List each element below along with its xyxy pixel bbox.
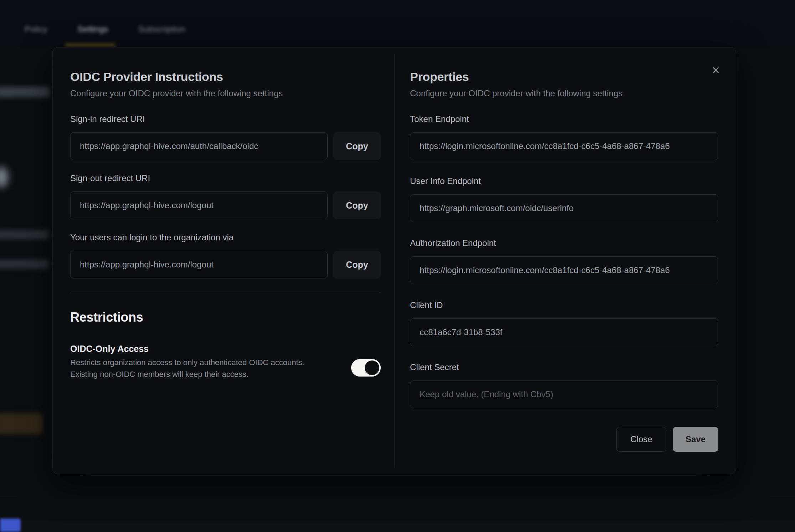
login-via-field: Your users can login to the organization… (70, 232, 381, 278)
login-via-label: Your users can login to the organization… (70, 232, 381, 243)
toggle-knob (365, 360, 379, 375)
copy-sign-out-button[interactable]: Copy (333, 191, 381, 219)
oidc-only-access-description: Restricts organization access to only au… (70, 357, 334, 380)
sign-in-redirect-input[interactable] (70, 132, 328, 160)
sign-out-redirect-label: Sign-out redirect URI (70, 173, 381, 184)
right-panel-title: Properties (410, 69, 718, 85)
active-tab-underline (65, 43, 116, 47)
token-endpoint-label: Token Endpoint (410, 114, 718, 124)
oidc-settings-modal: × OIDC Provider Instructions Configure y… (52, 47, 736, 474)
client-secret-label: Client Secret (410, 362, 718, 373)
blurred-blue-badge (0, 518, 21, 532)
token-endpoint-input[interactable] (410, 132, 718, 160)
oidc-only-toggle[interactable] (351, 359, 381, 377)
restrictions-heading: Restrictions (70, 309, 381, 326)
blurred-background-blob (0, 167, 8, 188)
modal-actions: Close Save (410, 427, 718, 452)
description-line-2: Existing non-OIDC members will keep thei… (70, 368, 334, 380)
restrictions-divider (70, 292, 381, 292)
sign-out-redirect-input[interactable] (70, 191, 328, 219)
tab-policy[interactable]: Policy (20, 24, 52, 34)
user-info-endpoint-input[interactable] (410, 194, 718, 222)
client-secret-field: Client Secret (410, 362, 718, 408)
login-via-input[interactable] (70, 251, 328, 278)
close-button[interactable]: Close (616, 427, 666, 452)
left-panel-title: OIDC Provider Instructions (70, 69, 381, 85)
sign-in-redirect-field: Sign-in redirect URI Copy (70, 114, 381, 160)
save-button[interactable]: Save (673, 427, 718, 452)
blurred-background-text (0, 260, 49, 269)
background-tab-bar: Policy Settings Subscription (20, 24, 190, 34)
client-id-input[interactable] (410, 318, 718, 346)
right-panel-subtitle: Configure your OIDC provider with the fo… (410, 88, 718, 99)
blurred-background-button (0, 413, 43, 434)
authorization-endpoint-field: Authorization Endpoint (410, 238, 718, 284)
copy-sign-in-button[interactable]: Copy (333, 132, 381, 160)
description-line-1: Restricts organization access to only au… (70, 357, 334, 368)
authorization-endpoint-label: Authorization Endpoint (410, 238, 718, 249)
page-header-band (0, 0, 795, 47)
client-id-label: Client ID (410, 300, 718, 311)
sign-in-redirect-label: Sign-in redirect URI (70, 114, 381, 124)
page-lower-band (0, 498, 795, 521)
authorization-endpoint-input[interactable] (410, 256, 718, 284)
tab-subscription[interactable]: Subscription (133, 24, 190, 34)
user-info-endpoint-field: User Info Endpoint (410, 176, 718, 222)
sign-out-redirect-field: Sign-out redirect URI Copy (70, 173, 381, 219)
copy-login-via-button[interactable]: Copy (333, 251, 381, 278)
blurred-background-text (0, 230, 49, 239)
tab-settings[interactable]: Settings (72, 24, 113, 34)
client-secret-input[interactable] (410, 380, 718, 408)
user-info-endpoint-label: User Info Endpoint (410, 176, 718, 186)
left-panel-subtitle: Configure your OIDC provider with the fo… (70, 88, 381, 99)
oidc-only-access-label: OIDC-Only Access (70, 343, 381, 354)
properties-panel: Properties Configure your OIDC provider … (394, 47, 736, 474)
oidc-only-access-row: Restricts organization access to only au… (70, 354, 381, 380)
client-id-field: Client ID (410, 300, 718, 346)
token-endpoint-field: Token Endpoint (410, 114, 718, 160)
oidc-instructions-panel: OIDC Provider Instructions Configure you… (53, 47, 394, 474)
blurred-background-text (0, 87, 50, 97)
page-bottom-band (0, 521, 795, 532)
